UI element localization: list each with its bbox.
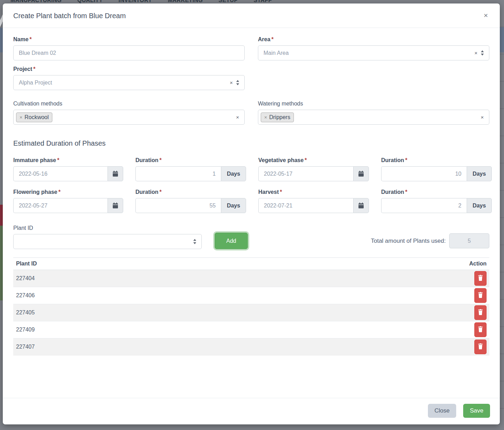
plant-id-row: Plant ID Add Total amount o [13,225,489,249]
nav-item-staff[interactable]: STAFF [253,0,272,3]
area-clear-icon[interactable]: × [474,50,477,56]
cultivation-label: Cultivation methods [13,101,245,107]
phases-heading: Estimated Duration of Phases [13,139,489,147]
project-field-group: Project* Alpha Project × [13,66,245,90]
background-band-blue [0,27,3,52]
immature-duration-label-text: Duration [135,157,158,163]
project-updown-icon [236,80,239,85]
cultivation-clear-icon[interactable]: × [236,114,239,120]
harvest-label-text: Harvest [258,189,279,195]
area-required-mark: * [272,36,274,42]
harvest-calendar-icon[interactable] [353,198,369,213]
immature-phase-label-text: Immature phase [13,157,56,163]
nav-item-manufacturing[interactable]: MANUFACTURING [10,0,62,3]
harvest-label: Harvest* [258,189,369,195]
delete-plant-button[interactable] [474,340,487,354]
plant-id-select[interactable] [13,234,202,249]
watering-label: Watering methods [258,101,489,107]
immature-duration-group: Duration* Days [135,157,246,181]
immature-date-input[interactable] [13,166,108,181]
flowering-duration-input[interactable] [135,198,221,213]
modal-header: Create Plant batch from Blue Dream × [3,3,500,28]
vegetative-required-mark: * [305,157,307,163]
add-button[interactable]: Add [215,233,248,249]
cultivation-multiselect[interactable]: × Rockwool × [13,110,245,125]
close-button[interactable]: Close [428,404,456,418]
table-row: 227404 [13,270,489,287]
immature-duration-input[interactable] [135,166,221,181]
immature-required-mark: * [57,157,59,163]
vegetative-calendar-icon[interactable] [353,166,369,181]
area-label: Area* [258,36,489,43]
harvest-duration-input[interactable] [381,198,467,213]
flowering-calendar-icon[interactable] [108,198,123,213]
watering-clear-icon[interactable]: × [481,114,484,120]
nav-item-quality[interactable]: QUALITY [77,0,103,3]
total-plants-label: Total amount of Plants used: [371,238,446,245]
background-logo-sliver [0,10,3,28]
flowering-phase-group: Flowering phase* [13,189,123,213]
immature-duration-required-mark: * [160,157,162,163]
modal-title: Create Plant batch from Blue Dream [13,12,126,20]
project-selected-value: Alpha Project [19,80,223,86]
delete-plant-button[interactable] [474,305,487,320]
area-select[interactable]: Main Area × [258,45,489,60]
cultivation-tag-remove-icon[interactable]: × [20,115,22,120]
watering-multiselect[interactable]: × Drippers × [258,110,489,125]
project-clear-icon[interactable]: × [230,80,233,85]
plant-id-cell: 227409 [13,321,465,338]
vegetative-duration-label: Duration* [381,157,492,163]
nav-item-setup[interactable]: SETUP [218,0,238,3]
vegetative-duration-input[interactable] [381,166,467,181]
watering-tag: × Drippers [261,112,294,122]
project-select[interactable]: Alpha Project × [13,75,245,90]
table-row: 227407 [13,338,489,356]
vegetative-duration-required-mark: * [405,157,407,163]
name-input[interactable] [13,45,245,60]
plants-table: Plant ID Action 227404 227406 227405 [13,257,489,356]
harvest-duration-label-text: Duration [381,189,404,195]
vegetative-days-addon: Days [467,166,492,181]
area-field-group: Area* Main Area × [258,36,489,60]
phase-grid: Immature phase* Duration* Days [13,157,489,213]
modal-body: Name* Area* Main Area × [3,28,500,398]
flowering-duration-label: Duration* [135,189,246,195]
plants-table-header-action: Action [465,258,489,270]
name-field-group: Name* [13,36,245,60]
plant-id-label: Plant ID [13,225,202,231]
name-label-text: Name [13,36,29,42]
trash-icon [478,275,483,282]
plant-id-cell: 227404 [13,270,465,287]
name-required-mark: * [30,36,32,42]
watering-tag-remove-icon[interactable]: × [264,115,267,120]
vegetative-duration-group: Duration* Days [381,157,492,181]
flowering-duration-label-text: Duration [135,189,158,195]
create-plant-batch-modal: Create Plant batch from Blue Dream × Nam… [3,3,500,424]
plant-id-updown-icon [193,239,197,244]
delete-plant-button[interactable] [474,288,487,303]
flowering-required-mark: * [58,189,60,195]
flowering-date-input[interactable] [13,198,108,213]
harvest-required-mark: * [280,189,282,195]
nav-item-marketing[interactable]: MARKETING [168,0,203,3]
harvest-duration-group: Duration* Days [381,189,492,213]
harvest-phase-group: Harvest* [258,189,369,213]
harvest-days-addon: Days [467,198,492,213]
flowering-days-addon: Days [221,198,246,213]
vegetative-duration-label-text: Duration [381,157,404,163]
delete-plant-button[interactable] [474,322,487,337]
immature-calendar-icon[interactable] [108,166,123,181]
modal-close-icon[interactable]: × [482,12,489,19]
delete-plant-button[interactable] [474,271,487,286]
background-left-edge [0,0,3,430]
area-updown-icon [481,50,484,56]
vegetative-date-input[interactable] [258,166,353,181]
harvest-date-input[interactable] [258,198,353,213]
immature-phase-group: Immature phase* [13,157,123,181]
nav-item-inventory[interactable]: INVENTORY [119,0,152,3]
plant-id-cell: 227406 [13,287,465,304]
area-selected-value: Main Area [264,50,468,56]
table-row: 227406 [13,287,489,304]
background-band-red [0,205,3,226]
save-button[interactable]: Save [463,404,490,418]
